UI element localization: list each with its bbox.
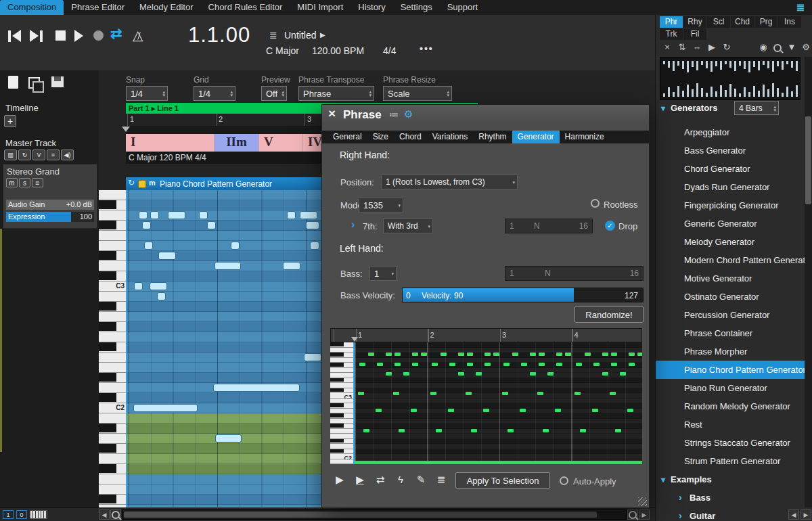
piano-key[interactable] bbox=[99, 332, 126, 342]
position-dropdown[interactable]: 1 (Root Is Lowest, from C3)▾ bbox=[381, 175, 518, 189]
black-key[interactable] bbox=[99, 342, 116, 351]
black-key[interactable] bbox=[330, 353, 344, 357]
generated-note[interactable] bbox=[585, 353, 591, 356]
piano-key[interactable] bbox=[330, 444, 353, 449]
record-button[interactable] bbox=[93, 30, 104, 41]
generated-note[interactable] bbox=[393, 392, 399, 395]
black-key[interactable] bbox=[330, 388, 344, 392]
generator-item-piano-chord-pattern-generator[interactable]: Piano Chord Pattern Generator bbox=[656, 361, 805, 379]
piano-key[interactable] bbox=[99, 312, 126, 322]
generated-note[interactable] bbox=[359, 363, 365, 366]
piano-key[interactable] bbox=[99, 373, 126, 383]
black-key[interactable] bbox=[99, 464, 116, 473]
preview-keyboard[interactable]: C3C2 bbox=[330, 342, 353, 464]
bass-velocity-slider[interactable]: 0 Velocity: 90 127 bbox=[402, 288, 644, 302]
midi-note[interactable] bbox=[144, 242, 153, 250]
midi-note[interactable] bbox=[310, 242, 319, 250]
collapse-chevron-icon[interactable]: ▾ bbox=[661, 104, 665, 113]
dialog-tab-chord[interactable]: Chord bbox=[394, 131, 427, 143]
bars-dropdown[interactable]: 4 Bars▴▾ bbox=[734, 101, 779, 115]
seventh-dropdown[interactable]: With 3rd▾ bbox=[383, 219, 433, 233]
generated-note[interactable] bbox=[539, 363, 545, 366]
seventh-range-slider[interactable]: 1 N 16 bbox=[505, 219, 593, 233]
generated-note[interactable] bbox=[471, 429, 477, 432]
generator-item-phrase-container[interactable]: Phrase Container bbox=[656, 324, 805, 342]
generator-item-arpeggiator[interactable]: Arpeggiator bbox=[656, 123, 805, 141]
rootless-radio[interactable] bbox=[591, 199, 600, 208]
expression-slider[interactable]: Expression 100 bbox=[6, 212, 94, 222]
generated-note[interactable] bbox=[565, 353, 571, 356]
piano-icon[interactable]: ▥ bbox=[4, 150, 17, 160]
grid-dropdown[interactable]: 1/4▴▾ bbox=[194, 86, 235, 101]
scroll-right-button[interactable]: ▶ bbox=[639, 509, 650, 520]
phrase-mute-icon[interactable]: m bbox=[149, 179, 156, 187]
generated-note[interactable] bbox=[441, 353, 447, 356]
phrase-resize-dropdown[interactable]: Scale▴▾ bbox=[383, 86, 452, 101]
playhead-marker[interactable] bbox=[122, 127, 130, 132]
generated-note[interactable] bbox=[592, 409, 598, 412]
midi-note[interactable] bbox=[300, 211, 317, 219]
black-key[interactable] bbox=[99, 200, 116, 209]
close-icon[interactable]: × bbox=[661, 42, 673, 53]
generated-note[interactable] bbox=[615, 429, 621, 432]
velocity-icon[interactable]: V bbox=[32, 150, 45, 160]
bass-dropdown[interactable]: 1▾ bbox=[369, 266, 397, 281]
piano-key[interactable] bbox=[330, 459, 353, 465]
generated-note[interactable] bbox=[576, 363, 582, 366]
piano-key[interactable] bbox=[330, 388, 353, 394]
generated-note[interactable] bbox=[386, 353, 392, 356]
dialog-tab-variations[interactable]: Variations bbox=[427, 131, 473, 143]
piano-key[interactable] bbox=[99, 292, 126, 302]
examples-header[interactable]: Examples bbox=[671, 474, 712, 484]
piano-key[interactable] bbox=[330, 419, 353, 424]
generated-note[interactable] bbox=[602, 353, 608, 356]
metronome-icon[interactable]: △ bbox=[133, 27, 143, 43]
piano-key[interactable] bbox=[99, 231, 126, 241]
piano-key[interactable] bbox=[99, 353, 126, 363]
piano-key[interactable] bbox=[99, 251, 126, 261]
piano-key[interactable]: C2 bbox=[99, 403, 126, 413]
chord-region-iim[interactable]: IIm bbox=[215, 134, 259, 152]
panel-tab-prg[interactable]: Prg bbox=[754, 16, 777, 28]
track-menu-button[interactable]: ≡ bbox=[32, 178, 43, 187]
generator-item-motive-generator[interactable]: Motive Generator bbox=[656, 269, 805, 288]
edit-icon[interactable]: ✎ bbox=[413, 472, 429, 487]
generated-note[interactable] bbox=[555, 409, 561, 412]
panel-tab-chd[interactable]: Chd bbox=[731, 16, 754, 28]
black-key[interactable] bbox=[99, 251, 116, 260]
dialog-tab-size[interactable]: Size bbox=[367, 131, 394, 143]
dropdown-arrow-icon[interactable]: ▾ bbox=[512, 181, 515, 184]
generator-item-random-melody-generator[interactable]: Random Melody Generator bbox=[656, 397, 805, 415]
midi-note[interactable] bbox=[157, 292, 166, 300]
black-key[interactable] bbox=[330, 449, 344, 453]
add-timeline-button[interactable]: + bbox=[4, 115, 16, 127]
piano-key[interactable] bbox=[99, 454, 126, 464]
snap-dropdown[interactable]: 1/4▴▾ bbox=[126, 86, 168, 101]
preview-dropdown[interactable]: Off▴▾ bbox=[261, 86, 287, 101]
midi-note[interactable] bbox=[199, 211, 208, 219]
black-key[interactable] bbox=[99, 444, 116, 453]
generator-item-chord-generator[interactable]: Chord Generator bbox=[656, 160, 805, 178]
panel-tab-trk[interactable]: Trk bbox=[660, 28, 683, 40]
spinner-icon[interactable]: ▴▾ bbox=[281, 90, 284, 97]
generated-note[interactable] bbox=[627, 409, 633, 412]
resize-grip[interactable] bbox=[638, 497, 647, 506]
generator-item-strum-pattern-generator[interactable]: Strum Pattern Generator bbox=[656, 452, 805, 470]
dialog-tab-harmonize[interactable]: Harmonize bbox=[560, 131, 610, 143]
track-name[interactable]: Stereo Grand bbox=[7, 166, 60, 177]
piano-key[interactable] bbox=[330, 449, 353, 455]
piano-key[interactable] bbox=[330, 409, 353, 414]
generated-note[interactable] bbox=[537, 392, 543, 395]
close-icon[interactable]: × bbox=[328, 106, 336, 121]
generated-note[interactable] bbox=[512, 353, 518, 356]
black-key[interactable] bbox=[99, 322, 116, 331]
generated-note[interactable] bbox=[368, 353, 374, 356]
preset-list-icon[interactable]: ≔ bbox=[389, 109, 399, 120]
generated-note[interactable] bbox=[430, 392, 436, 395]
generated-note[interactable] bbox=[412, 363, 418, 366]
menu-item-chord-rules-editor[interactable]: Chord Rules Editor bbox=[201, 0, 290, 15]
piano-key[interactable] bbox=[99, 434, 126, 444]
gear-icon[interactable]: ⚙ bbox=[404, 108, 413, 120]
piano-key[interactable] bbox=[99, 210, 126, 221]
black-key[interactable] bbox=[330, 439, 344, 443]
